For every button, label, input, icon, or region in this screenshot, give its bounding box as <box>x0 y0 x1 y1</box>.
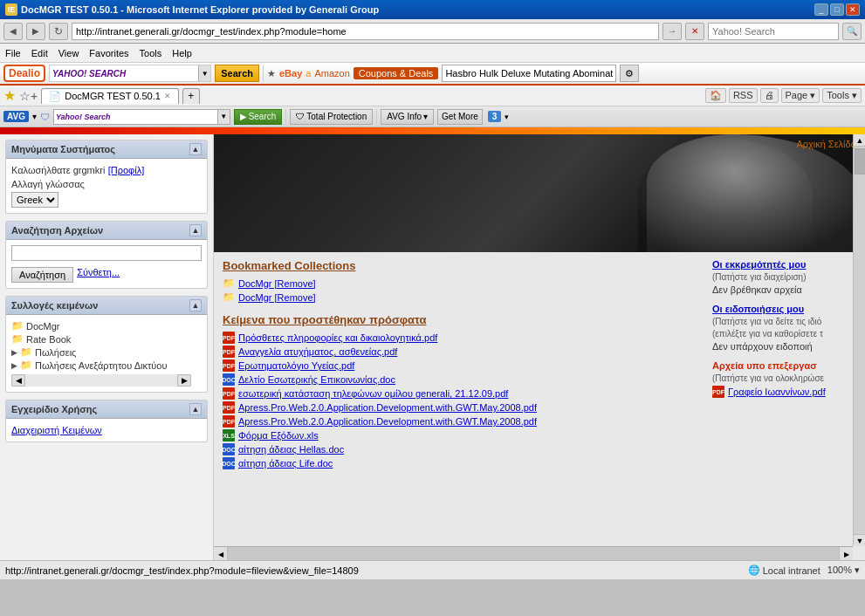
accent-bar <box>0 127 865 134</box>
menu-file[interactable]: File <box>5 48 21 58</box>
dealio-search-button[interactable]: Search <box>215 65 259 82</box>
search-button[interactable]: Αναζήτηση <box>11 267 73 283</box>
doc-icon-3: DOC <box>223 373 235 386</box>
orange-link[interactable]: Αρχική Σελίδα <box>796 139 856 149</box>
horizontal-scrollbar[interactable]: ◀ ▶ <box>214 546 853 560</box>
processing-file-link[interactable]: Γραφείο Ιωαννίνων.pdf <box>728 387 826 397</box>
zoom-dropdown-icon[interactable]: ▾ <box>855 565 860 575</box>
collections-collapse-button[interactable]: ▲ <box>189 299 202 311</box>
address-input[interactable] <box>72 23 659 40</box>
file-search-input[interactable] <box>11 245 202 261</box>
stop-button[interactable]: ✕ <box>685 23 704 40</box>
avg-get-more-button[interactable]: Get More <box>437 109 483 125</box>
page-button[interactable]: Page ▾ <box>781 88 820 103</box>
avg-search-dropdown[interactable]: ▼ <box>217 110 230 124</box>
file-item-9: DOC αίτηση άδειας Life.doc <box>223 457 704 469</box>
yahoo-dropdown-button[interactable]: ▼ <box>198 65 210 81</box>
file-link-8[interactable]: αίτηση άδειας Hellas.doc <box>238 444 344 455</box>
manual-link[interactable]: Διαχειριστή Κειμένων <box>11 425 102 435</box>
maximize-button[interactable]: □ <box>830 3 844 16</box>
file-link-7[interactable]: Φόρμα Εξόδων.xls <box>238 430 319 441</box>
rss-button[interactable]: RSS <box>729 88 758 103</box>
avg-search-input[interactable] <box>113 112 217 121</box>
refresh-button[interactable]: ↻ <box>49 23 68 40</box>
lang-label: Αλλαγή γλώσσας <box>11 179 202 189</box>
notifications-title[interactable]: Οι ειδοποιήσεις μου <box>712 304 856 314</box>
avg-search-button[interactable]: ▶ Search <box>234 109 283 125</box>
search-header: Αναζήτηση Αρχείων ▲ <box>6 222 207 240</box>
back-button[interactable]: ◀ <box>3 23 23 40</box>
bookmark-link-1[interactable]: DocMgr [Remove] <box>238 292 316 303</box>
menu-edit[interactable]: Edit <box>31 48 48 58</box>
scroll-track-h[interactable] <box>228 547 839 560</box>
window-controls[interactable]: _ □ ✕ <box>814 3 860 16</box>
file-link-1[interactable]: Αναγγελία ατυχήματος, ασθενείας.pdf <box>238 346 397 357</box>
scroll-left-button[interactable]: ◀ <box>11 374 25 387</box>
hero-image: Αρχική Σελίδα <box>214 134 865 252</box>
pending-title[interactable]: Οι εκκρεμότητές μου <box>712 259 856 270</box>
ie-search-input[interactable] <box>708 23 839 40</box>
new-tab-button[interactable]: + <box>182 88 200 104</box>
home-button[interactable]: 🏠 <box>705 88 726 103</box>
tab-label: DocMGR TEST 0.50.1 <box>65 91 161 101</box>
messages-header: Μηνύματα Συστήματος ▲ <box>6 140 207 159</box>
scroll-up-arrow[interactable]: ▲ <box>854 134 865 147</box>
close-button[interactable]: ✕ <box>846 3 860 16</box>
file-link-6[interactable]: Apress.Pro.Web.2.0.Application.Developme… <box>238 416 537 427</box>
amazon-link[interactable]: Amazon <box>314 68 349 79</box>
scroll-right-arrow[interactable]: ▶ <box>839 547 853 560</box>
pdf-icon-5: PDF <box>223 401 235 414</box>
tools-button[interactable]: Tools ▾ <box>822 88 862 103</box>
forward-button[interactable]: ▶ <box>26 23 45 40</box>
go-button[interactable]: → <box>662 23 682 40</box>
ie-search-button[interactable]: 🔍 <box>842 23 862 40</box>
menu-tools[interactable]: Tools <box>140 48 162 58</box>
menu-help[interactable]: Help <box>172 48 192 58</box>
collection-network[interactable]: ▶ 📁 Πωλήσεις Ανεξάρτητου Δικτύου <box>11 359 191 371</box>
tab-close-icon[interactable]: ✕ <box>164 92 171 100</box>
messages-collapse-button[interactable]: ▲ <box>189 143 202 155</box>
scroll-down-arrow[interactable]: ▼ <box>854 534 865 546</box>
avg-total-protection-button[interactable]: 🛡 Total Protection <box>290 109 373 125</box>
product-search-input[interactable] <box>442 65 616 82</box>
file-link-5[interactable]: Apress.Pro.Web.2.0.Application.Developme… <box>238 402 537 413</box>
active-tab[interactable]: 📄 DocMGR TEST 0.50.1 ✕ <box>41 88 179 104</box>
dealio-settings-button[interactable]: ⚙ <box>620 65 639 82</box>
vertical-scrollbar[interactable]: ▲ ▼ <box>853 134 865 546</box>
file-item-5: PDF Apress.Pro.Web.2.0.Application.Devel… <box>223 401 704 414</box>
collection-sales[interactable]: ▶ 📁 Πωλήσεις <box>11 346 191 358</box>
scroll-right-button[interactable]: ▶ <box>177 374 191 387</box>
manual-collapse-button[interactable]: ▲ <box>189 403 202 415</box>
bookmarked-title[interactable]: Bookmarked Collections <box>223 259 704 272</box>
minimize-button[interactable]: _ <box>814 3 828 16</box>
avg-counter-dropdown[interactable]: ▾ <box>505 113 509 121</box>
recently-added-title[interactable]: Κείμενα που προστέθηκαν πρόσφατα <box>223 313 704 326</box>
collection-ratebook[interactable]: 📁 Rate Book <box>11 333 191 345</box>
language-select[interactable]: Greek <box>11 192 58 208</box>
avg-shield-icon: 🛡 <box>40 112 50 122</box>
coupons-button[interactable]: Coupons & Deals <box>354 67 439 79</box>
file-link-9[interactable]: αίτηση άδειας Life.doc <box>238 458 333 469</box>
search-collapse-button[interactable]: ▲ <box>189 224 202 236</box>
favorites-star-button[interactable]: ★ <box>3 87 16 104</box>
ebay-link[interactable]: eBay <box>279 68 302 79</box>
yahoo-search-input[interactable] <box>128 65 198 81</box>
processing-title[interactable]: Αρχεία υπο επεξεργασ <box>712 360 856 371</box>
scroll-left-arrow[interactable]: ◀ <box>214 547 228 560</box>
menu-view[interactable]: View <box>58 48 79 58</box>
avg-info-button[interactable]: AVG Info ▾ <box>381 109 434 125</box>
menu-favorites[interactable]: Favorites <box>89 48 128 58</box>
advanced-search-link[interactable]: Σύνθετη... <box>77 267 120 283</box>
scroll-thumb[interactable] <box>855 148 865 175</box>
file-link-2[interactable]: Ερωτηματολόγιο Υγείας.pdf <box>238 360 354 371</box>
add-favorites-button[interactable]: ☆+ <box>19 89 38 103</box>
content-inner: Bookmarked Collections 📁 DocMgr [Remove]… <box>214 252 865 478</box>
file-link-0[interactable]: Πρόσθετες πληροφορίες και δικαιολογητικά… <box>238 332 437 343</box>
print-button[interactable]: 🖨 <box>760 88 779 103</box>
file-link-4[interactable]: εσωτερική κατάσταση τηλεφώνων ομίλου gen… <box>238 388 508 399</box>
bookmark-link-0[interactable]: DocMgr [Remove] <box>238 278 316 289</box>
collection-docmgr[interactable]: 📁 DocMgr <box>11 320 191 332</box>
avg-dropdown-arrow[interactable]: ▾ <box>32 112 37 121</box>
file-link-3[interactable]: Δελτίο Εσωτερικής Επικοινωνίας.doc <box>238 374 395 385</box>
profile-link[interactable]: [Προφίλ] <box>108 165 145 175</box>
